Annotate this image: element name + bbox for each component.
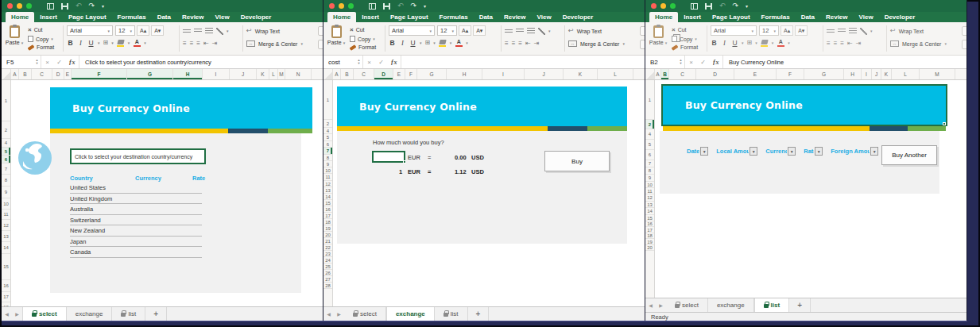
- tab-home[interactable]: Home: [6, 12, 34, 22]
- insert-function-icon[interactable]: ƒx: [709, 56, 723, 68]
- borders-button[interactable]: ⊞: [103, 40, 109, 46]
- filter-dropdown-icon[interactable]: ▼: [788, 147, 796, 156]
- banner-selected-cell[interactable]: Buy Currency Online: [663, 86, 946, 125]
- cut-button[interactable]: ×Cut: [28, 26, 54, 33]
- column-header[interactable]: M: [920, 69, 955, 79]
- filter-dropdown-icon[interactable]: ▼: [870, 147, 878, 156]
- row-header[interactable]: 28: [323, 283, 332, 289]
- row-header[interactable]: 15: [645, 215, 654, 221]
- cancel-icon[interactable]: ×: [363, 59, 375, 66]
- column-header[interactable]: N: [285, 69, 312, 79]
- align-center-button[interactable]: ≡: [834, 40, 838, 47]
- column-header[interactable]: H: [844, 69, 862, 79]
- undo-icon[interactable]: ↶: [76, 2, 82, 10]
- customize-toolbar-icon[interactable]: ▾: [424, 3, 426, 9]
- format-painter-button[interactable]: Format: [672, 44, 698, 50]
- row-header[interactable]: 13: [323, 187, 332, 194]
- font-color-button[interactable]: A: [777, 39, 784, 47]
- row-header[interactable]: 10: [2, 198, 10, 210]
- name-box[interactable]: cost: [323, 59, 355, 66]
- align-top-button[interactable]: [827, 29, 835, 33]
- save-icon[interactable]: [61, 3, 68, 10]
- row-header[interactable]: 2: [323, 120, 332, 128]
- sheet-grid[interactable]: 1245678910111213141516171819202122232425…: [323, 80, 645, 306]
- tab-page-layout[interactable]: Page Layout: [385, 12, 434, 22]
- sheet-tab-select[interactable]: select: [344, 307, 386, 321]
- align-bottom-button[interactable]: [527, 28, 535, 34]
- prev-sheet-arrow[interactable]: ◀: [2, 307, 12, 321]
- row-header[interactable]: 6: [323, 141, 332, 148]
- tab-review[interactable]: Review: [176, 12, 210, 22]
- wrap-text-button[interactable]: ↩Wrap Text: [568, 26, 625, 36]
- font-color-button[interactable]: A: [133, 39, 141, 47]
- tab-view[interactable]: View: [854, 12, 879, 22]
- align-left-button[interactable]: ≡: [505, 40, 509, 47]
- tab-view[interactable]: View: [532, 12, 557, 22]
- column-header[interactable]: G: [417, 69, 447, 79]
- name-box-spinner[interactable]: ▲▼: [677, 56, 685, 68]
- fill-handle[interactable]: [403, 160, 406, 164]
- sheet-tab-list[interactable]: list: [112, 307, 145, 321]
- insert-function-icon[interactable]: ƒx: [387, 56, 401, 68]
- redo-icon[interactable]: ↷: [733, 2, 739, 10]
- row-header[interactable]: 7: [323, 148, 332, 155]
- zoom-window-button[interactable]: [348, 3, 354, 9]
- underline-button[interactable]: U: [731, 39, 738, 47]
- align-right-button[interactable]: ≡: [196, 40, 200, 47]
- copy-button[interactable]: Copy ▾: [28, 36, 54, 42]
- align-center-button[interactable]: ≡: [190, 40, 194, 47]
- close-window-button[interactable]: [7, 3, 13, 9]
- name-box-spinner[interactable]: ▲▼: [33, 56, 41, 68]
- column-header[interactable]: I: [203, 69, 230, 79]
- row-header[interactable]: 2: [2, 121, 10, 139]
- decrease-indent-button[interactable]: ⇤: [847, 40, 853, 47]
- column-header[interactable]: D: [696, 69, 734, 79]
- align-bottom-button[interactable]: [849, 28, 857, 34]
- column-header[interactable]: B: [341, 69, 354, 79]
- column-header[interactable]: J: [230, 69, 257, 79]
- enter-icon[interactable]: ✓: [375, 59, 387, 66]
- grow-font-button[interactable]: A▴: [781, 25, 793, 36]
- new-workbook-icon[interactable]: [369, 3, 376, 10]
- tab-developer[interactable]: Developer: [879, 12, 921, 22]
- row-header[interactable]: 26: [323, 270, 332, 276]
- column-header[interactable]: A: [11, 69, 19, 79]
- row-header[interactable]: 15: [323, 200, 332, 206]
- next-sheet-arrow[interactable]: ▶: [12, 307, 22, 321]
- column-header[interactable]: K: [257, 69, 269, 79]
- row-header[interactable]: 17: [323, 213, 332, 219]
- format-painter-button[interactable]: Format: [350, 44, 376, 50]
- customize-toolbar-icon[interactable]: ▾: [746, 3, 748, 9]
- fill-color-button[interactable]: [439, 40, 447, 47]
- column-header[interactable]: F: [777, 69, 804, 79]
- name-box-spinner[interactable]: ▲▼: [355, 56, 363, 68]
- country-cell[interactable]: Japan: [70, 237, 202, 248]
- row-header[interactable]: 16: [323, 206, 332, 213]
- fill-handle[interactable]: [943, 122, 946, 125]
- fill-color-button[interactable]: [117, 40, 125, 47]
- row-header[interactable]: 14: [2, 242, 10, 254]
- column-header[interactable]: C: [669, 69, 696, 79]
- column-header[interactable]: A: [333, 69, 341, 79]
- redo-icon[interactable]: ↷: [411, 2, 417, 10]
- row-header[interactable]: 4: [2, 139, 10, 148]
- sheet-grid[interactable]: 12456789101112131415161718 Buy Currency …: [2, 80, 323, 306]
- new-workbook-icon[interactable]: [47, 3, 54, 10]
- row-header[interactable]: 12: [2, 220, 10, 231]
- sheet-tab-exchange[interactable]: exchange: [708, 298, 754, 312]
- column-header[interactable]: M: [278, 69, 285, 79]
- row-header[interactable]: 24: [323, 257, 332, 264]
- bold-button[interactable]: B: [711, 39, 718, 47]
- italic-button[interactable]: I: [721, 39, 728, 47]
- column-header[interactable]: F: [405, 69, 417, 79]
- decrease-indent-button[interactable]: ⇤: [525, 40, 531, 47]
- row-header[interactable]: 8: [2, 175, 10, 187]
- save-icon[interactable]: [383, 3, 390, 10]
- next-sheet-arrow[interactable]: ▶: [656, 298, 666, 312]
- country-cell[interactable]: Canada: [70, 247, 202, 258]
- row-header[interactable]: 6: [645, 150, 654, 160]
- country-cell[interactable]: Switzerland: [70, 215, 202, 226]
- copy-button[interactable]: Copy ▾: [350, 36, 376, 42]
- tab-review[interactable]: Review: [498, 12, 532, 22]
- sheet-tab-list[interactable]: list: [435, 307, 468, 321]
